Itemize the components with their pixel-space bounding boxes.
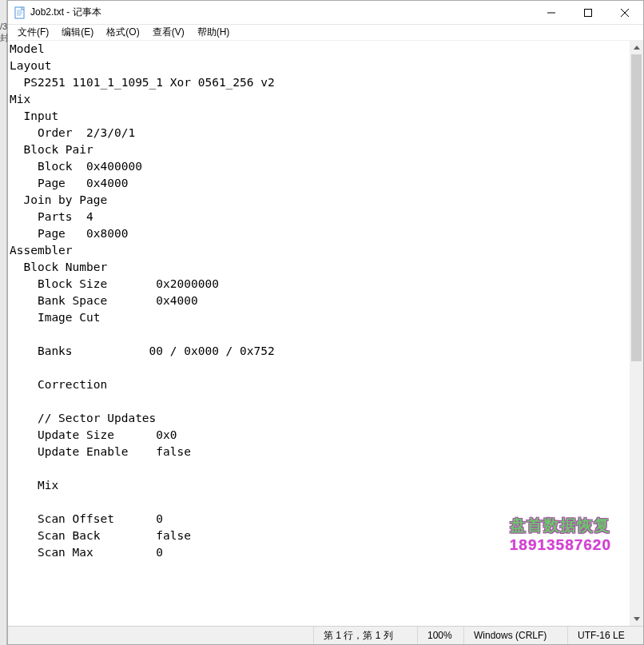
scroll-up-arrow-icon[interactable] (630, 41, 643, 54)
menu-format[interactable]: 格式(O) (100, 25, 145, 40)
title-appname: 记事本 (73, 6, 101, 18)
background-window-edge: /3 封 (0, 0, 7, 645)
close-button[interactable] (606, 1, 643, 24)
minimize-button[interactable] (533, 1, 570, 24)
status-encoding: UTF-16 LE (567, 627, 643, 644)
scrollbar-track[interactable] (630, 54, 643, 612)
menu-edit[interactable]: 编辑(E) (55, 25, 100, 40)
scroll-down-arrow-icon[interactable] (630, 612, 643, 626)
status-zoom: 100% (417, 627, 463, 644)
text-editor[interactable]: Model Layout PS2251 1101_1_1095_1 Xor 05… (8, 41, 629, 626)
statusbar: 第 1 行，第 1 列 100% Windows (CRLF) UTF-16 L… (8, 626, 643, 644)
notepad-window: Job2.txt - 记事本 文件(F) 编辑(E) 格式(O) 查看(V) 帮… (7, 0, 644, 645)
title-filename: Job2.txt (30, 6, 64, 18)
window-title: Job2.txt - 记事本 (30, 6, 101, 19)
status-cursor-position: 第 1 行，第 1 列 (313, 627, 417, 644)
vertical-scrollbar[interactable] (630, 41, 643, 626)
menu-help[interactable]: 帮助(H) (191, 25, 237, 40)
menubar: 文件(F) 编辑(E) 格式(O) 查看(V) 帮助(H) (8, 25, 643, 41)
svg-rect-6 (585, 9, 592, 16)
window-controls (533, 1, 643, 24)
menu-view[interactable]: 查看(V) (146, 25, 191, 40)
notepad-file-icon (14, 6, 26, 19)
titlebar[interactable]: Job2.txt - 记事本 (8, 1, 643, 25)
status-line-ending: Windows (CRLF) (463, 627, 567, 644)
maximize-button[interactable] (570, 1, 606, 24)
svg-rect-0 (15, 7, 24, 18)
menu-file[interactable]: 文件(F) (11, 25, 55, 40)
title-left: Job2.txt - 记事本 (8, 6, 533, 19)
content-area: Model Layout PS2251 1101_1_1095_1 Xor 05… (8, 41, 643, 626)
scrollbar-thumb[interactable] (631, 54, 642, 361)
